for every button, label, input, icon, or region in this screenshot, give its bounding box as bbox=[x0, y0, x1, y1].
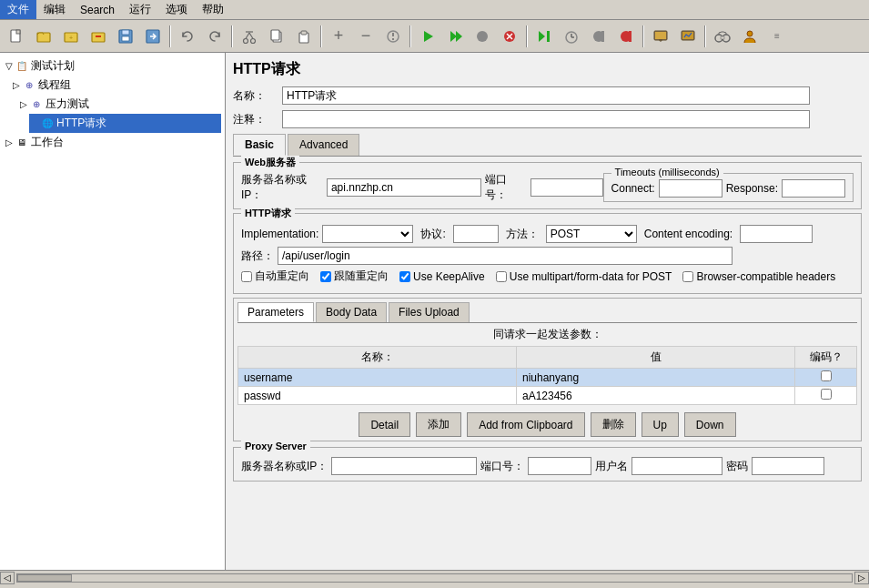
run-no-pause-button[interactable] bbox=[442, 24, 468, 49]
scroll-track[interactable] bbox=[16, 573, 853, 583]
undo-button[interactable] bbox=[175, 24, 200, 49]
down-button[interactable]: Down bbox=[684, 412, 736, 437]
tree-item-workbench[interactable]: ▷ 🖥 工作台 bbox=[4, 133, 221, 152]
path-input[interactable] bbox=[278, 247, 733, 265]
add-clipboard-button[interactable]: Add from Clipboard bbox=[467, 412, 584, 437]
expand-icon[interactable]: ▽ bbox=[4, 61, 15, 71]
cb-follow-input[interactable] bbox=[320, 271, 331, 282]
svg-rect-5 bbox=[92, 33, 105, 42]
test-plan-icon: 📋 bbox=[15, 59, 29, 74]
row2-encode[interactable] bbox=[795, 387, 857, 405]
scroll-right-button[interactable]: ▷ bbox=[854, 572, 869, 584]
tab-advanced[interactable]: Advanced bbox=[288, 134, 359, 156]
proxy-password-input[interactable] bbox=[752, 457, 824, 475]
cb-multipart[interactable]: Use multipart/form-data for POST bbox=[496, 270, 672, 283]
cb-redirect-label: 自动重定向 bbox=[255, 269, 309, 284]
row1-encode[interactable] bbox=[795, 369, 857, 387]
menu-options[interactable]: 选项 bbox=[158, 0, 195, 19]
extra-button[interactable]: ≡ bbox=[764, 24, 790, 49]
export-button[interactable] bbox=[140, 24, 166, 49]
server-input[interactable] bbox=[327, 178, 481, 197]
menu-edit[interactable]: 编辑 bbox=[36, 0, 73, 19]
tree-item-stress-test[interactable]: ▷ ⊕ 压力测试 bbox=[18, 95, 221, 114]
hscroll-bar[interactable]: ◁ ▷ bbox=[0, 570, 869, 584]
add-node-button[interactable]: + bbox=[326, 24, 351, 49]
up-button[interactable]: Up bbox=[642, 412, 679, 437]
open-templates-button[interactable] bbox=[31, 24, 56, 49]
detail-button[interactable]: Detail bbox=[359, 412, 410, 437]
open-button[interactable]: + bbox=[58, 24, 84, 49]
table-row[interactable]: username niuhanyang bbox=[238, 369, 857, 387]
tree-item-thread-group[interactable]: ▷ ⊕ 线程组 bbox=[11, 76, 221, 95]
proxy-username-input[interactable] bbox=[632, 457, 722, 475]
close2-button[interactable] bbox=[497, 24, 522, 49]
row1-encode-cb[interactable] bbox=[821, 370, 832, 381]
cb-follow[interactable]: 跟随重定向 bbox=[320, 269, 389, 284]
cb-browser[interactable]: Browser-compatible headers bbox=[682, 270, 835, 283]
scroll-left-button[interactable]: ◁ bbox=[0, 572, 15, 584]
new-button[interactable] bbox=[4, 24, 29, 49]
expand-icon5[interactable]: ▷ bbox=[4, 137, 15, 147]
menu-file[interactable]: 文件 bbox=[0, 0, 36, 19]
remote-stop-button[interactable] bbox=[586, 24, 611, 49]
port-input[interactable] bbox=[530, 178, 603, 197]
run-button[interactable] bbox=[415, 24, 440, 49]
method-label: 方法： bbox=[506, 227, 539, 242]
agent-button[interactable] bbox=[737, 24, 763, 49]
toggle-button[interactable] bbox=[380, 24, 406, 49]
save-button[interactable] bbox=[113, 24, 138, 49]
remote-start-button[interactable] bbox=[531, 24, 557, 49]
method-select[interactable]: GET POST PUT DELETE bbox=[546, 225, 637, 243]
encoding-input[interactable] bbox=[740, 225, 813, 243]
protocol-input[interactable] bbox=[453, 225, 499, 243]
cb-redirect[interactable]: 自动重定向 bbox=[241, 269, 309, 284]
tab-basic[interactable]: Basic bbox=[233, 134, 286, 156]
paste-button[interactable] bbox=[291, 24, 317, 49]
copy-button[interactable] bbox=[264, 24, 289, 49]
delete-button[interactable]: 删除 bbox=[591, 412, 636, 437]
proxy-port-input[interactable] bbox=[528, 457, 591, 475]
redo-button[interactable] bbox=[202, 24, 227, 49]
cb-browser-input[interactable] bbox=[682, 271, 693, 282]
table-row[interactable]: passwd aA123456 bbox=[238, 387, 857, 405]
expand-icon2[interactable]: ▷ bbox=[11, 80, 22, 90]
inner-tab-parameters[interactable]: Parameters bbox=[237, 302, 314, 322]
add-param-button[interactable]: 添加 bbox=[416, 412, 461, 437]
menu-search[interactable]: Search bbox=[73, 2, 122, 18]
connect-input[interactable] bbox=[659, 179, 722, 198]
inner-tab-body-data[interactable]: Body Data bbox=[316, 302, 387, 322]
buttons-row: Detail 添加 Add from Clipboard 删除 Up Down bbox=[237, 412, 857, 437]
cb-multipart-input[interactable] bbox=[496, 271, 507, 282]
impl-select[interactable]: HttpClient4 bbox=[322, 225, 413, 243]
tree-item-http-request[interactable]: 🌐 HTTP请求 bbox=[29, 114, 221, 133]
row2-encode-cb[interactable] bbox=[821, 389, 832, 400]
response-label: Response: bbox=[726, 182, 778, 195]
remove-node-button[interactable]: − bbox=[353, 24, 379, 49]
name-input[interactable] bbox=[282, 86, 810, 105]
svg-point-12 bbox=[251, 38, 256, 43]
tree-item-test-plan[interactable]: ▽ 📋 测试计划 bbox=[4, 56, 221, 76]
svg-rect-8 bbox=[122, 30, 129, 35]
stop-button[interactable] bbox=[470, 24, 495, 49]
inner-tab-files-upload[interactable]: Files Upload bbox=[389, 302, 470, 322]
test-plan-label: 测试计划 bbox=[31, 58, 75, 74]
close-button[interactable] bbox=[86, 24, 111, 49]
remote-clear-button[interactable] bbox=[613, 24, 639, 49]
expand-icon3[interactable]: ▷ bbox=[18, 99, 29, 109]
comment-input[interactable] bbox=[282, 110, 810, 128]
monitor2-button[interactable] bbox=[675, 24, 701, 49]
response-input[interactable] bbox=[782, 179, 845, 198]
proxy-server-input[interactable] bbox=[331, 457, 477, 475]
binoculars-button[interactable] bbox=[710, 24, 735, 49]
menu-help[interactable]: 帮助 bbox=[195, 0, 231, 19]
cb-keepalive[interactable]: Use KeepAlive bbox=[399, 270, 485, 283]
cb-keepalive-input[interactable] bbox=[399, 271, 410, 282]
cut-button[interactable] bbox=[237, 24, 262, 49]
timeouts-title: Timeouts (milliseconds) bbox=[611, 167, 723, 177]
cb-redirect-input[interactable] bbox=[241, 271, 252, 282]
proxy-section: Proxy Server 服务器名称或IP： 端口号： 用户名 密码 bbox=[233, 447, 862, 482]
scroll-thumb[interactable] bbox=[17, 574, 72, 582]
menu-run[interactable]: 运行 bbox=[122, 0, 158, 19]
monitor1-button[interactable] bbox=[648, 24, 673, 49]
timer-button[interactable] bbox=[559, 24, 584, 49]
